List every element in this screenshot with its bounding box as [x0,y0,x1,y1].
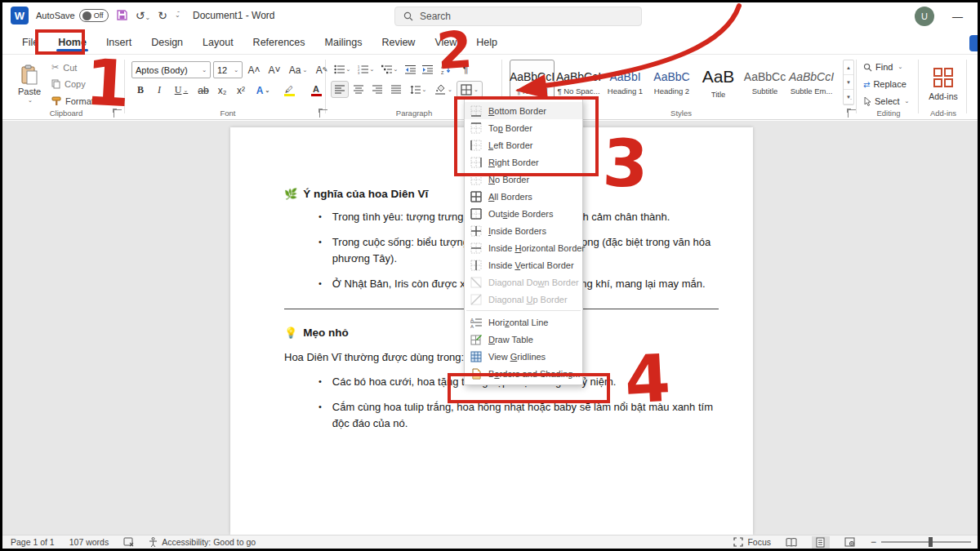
paste-dropdown-icon[interactable]: ⌄ [28,97,33,104]
justify-button[interactable] [387,81,405,98]
menu-item-all-borders[interactable]: All Borders [465,188,582,205]
tab-insert[interactable]: Insert [97,33,140,51]
svg-text:A: A [470,317,474,322]
style-heading-2[interactable]: AaBbCHeading 2 [649,60,694,105]
underline-button[interactable]: U⌄ [169,82,194,99]
menu-item-outside-borders[interactable]: Outside Borders [465,205,582,222]
styles-gallery-scroll[interactable]: ▲▼▼̱ [843,60,854,105]
zoom-out-icon[interactable]: − [871,536,876,548]
web-layout-button[interactable] [841,536,859,549]
italic-button[interactable]: I [150,82,168,99]
accessibility-status[interactable]: Accessibility: Good to go [149,537,256,547]
tab-home[interactable]: Home [49,33,96,51]
subscript-button[interactable]: x₂ [213,82,231,99]
format-painter-button[interactable]: Format Painter [51,96,125,106]
search-input[interactable]: Search [394,7,642,26]
increase-indent-button[interactable] [419,60,435,78]
clipboard-dialog-launcher-icon[interactable] [114,109,122,118]
tab-layout[interactable]: Layout [194,33,243,51]
highlight-color-button[interactable]: 🖊 [276,82,302,99]
autosave-switch-icon[interactable]: Off [79,9,109,22]
numbering-button[interactable]: 123⌄ [354,60,377,78]
tab-mailings[interactable]: Mailings [316,33,372,51]
copy-button[interactable]: Copy [51,79,86,89]
select-button[interactable]: Select⌄ [863,96,909,106]
avatar[interactable]: U [915,7,934,26]
read-mode-button[interactable] [782,536,800,549]
tab-review[interactable]: Review [372,33,424,51]
redo-icon[interactable]: ↻ [158,10,167,21]
menu-item-right-border[interactable]: Right Border [465,153,582,171]
menu-item-label: Left Border [488,140,532,150]
line-spacing-icon [410,85,421,95]
share-badge[interactable] [969,35,980,51]
line-spacing-button[interactable]: ⌄ [406,81,430,98]
addins-button[interactable]: Add-ins [927,60,960,108]
tab-help[interactable]: Help [467,33,506,51]
bullets-button[interactable]: ⌄ [331,60,354,78]
zoom-slider-handle[interactable] [929,537,933,547]
menu-item-bottom-border[interactable]: Bottom Border [465,102,582,119]
grow-font-button[interactable]: A˄ [245,61,263,78]
styles-dialog-launcher-icon[interactable] [848,109,856,118]
menu-item-inside-vertical-border[interactable]: Inside Vertical Border [465,256,582,273]
show-formatting-marks-button[interactable]: ¶ [457,60,474,78]
menu-item-top-border[interactable]: Top Border [465,119,582,136]
align-right-button[interactable] [368,81,386,98]
customize-qat-icon[interactable]: ⌄̄ [175,12,180,19]
menu-item-inside-horizontal-border[interactable]: Inside Horizontal Border [465,239,582,256]
tab-design[interactable]: Design [142,33,192,51]
menu-item-horizontal-line[interactable]: AAHorizontal Line [465,313,582,331]
paste-icon [20,64,38,86]
menu-item-borders-and-shading[interactable]: Borders and Shading... [465,365,582,382]
borders-dropdown-icon[interactable]: ⌄ [474,87,479,93]
menu-item-no-border[interactable]: No Border [465,171,582,188]
autosave-toggle[interactable]: AutoSave Off [36,9,109,22]
page-indicator[interactable]: Page 1 of 1 [11,537,55,547]
style-heading-1[interactable]: AaBbIHeading 1 [603,60,648,105]
tab-file[interactable]: File [13,33,47,51]
replace-button[interactable]: ⇄Replace [863,79,906,89]
align-left-button[interactable] [331,81,349,98]
decrease-indent-button[interactable] [402,60,418,78]
cut-button[interactable]: ✂Cut [51,62,77,73]
superscript-button[interactable]: x² [232,82,250,99]
tab-view[interactable]: View [425,33,466,51]
shrink-font-button[interactable]: A˅ [265,61,283,78]
multilevel-list-button[interactable]: ⌄ [378,60,401,78]
zoom-slider[interactable]: − [871,536,971,548]
menu-item-view-gridlines[interactable]: View Gridlines [465,348,582,365]
menu-item-label: Inside Horizontal Border [488,243,585,253]
style-subtitle[interactable]: AaBbCcSubtitle [742,60,787,105]
font-color-button[interactable]: A [303,82,329,99]
shading-button[interactable]: ⌄ [431,81,456,98]
font-size-select[interactable]: 12⌄ [213,61,243,78]
sort-button[interactable]: AZ [436,60,456,78]
paste-button[interactable]: Paste ⌄ [14,59,45,109]
undo-icon[interactable]: ↺⌄ [136,10,150,21]
text-effects-button[interactable]: A⌄ [251,82,275,99]
leaf-emoji: 🌿 [284,188,297,200]
borders-button[interactable]: ⌄ [457,81,483,98]
font-name-select[interactable]: Aptos (Body)⌄ [131,61,211,78]
find-button[interactable]: Find⌄ [863,62,902,72]
strikethrough-button[interactable]: ab [194,82,212,99]
align-right-icon [372,85,382,94]
bold-button[interactable]: B [131,82,149,99]
save-icon[interactable] [116,9,128,23]
tab-references[interactable]: References [244,33,314,51]
font-dialog-launcher-icon[interactable] [319,109,327,118]
menu-item-draw-table[interactable]: Draw Table [465,331,582,348]
align-center-button[interactable] [350,81,368,98]
change-case-button[interactable]: Aa⌄ [286,61,310,78]
word-count[interactable]: 107 words [69,537,109,547]
focus-mode-button[interactable]: Focus [733,537,771,547]
style-title[interactable]: AaBTitle [696,60,741,105]
style-subtle-em[interactable]: AaBbCcISubtle Em... [789,60,834,105]
word-logo-icon[interactable]: W [11,7,29,24]
menu-item-inside-borders[interactable]: Inside Borders [465,222,582,239]
menu-item-left-border[interactable]: Left Border [465,136,582,153]
print-layout-button[interactable] [812,536,830,549]
minimize-button[interactable]: — [952,11,963,23]
proofing-icon[interactable] [123,537,134,547]
